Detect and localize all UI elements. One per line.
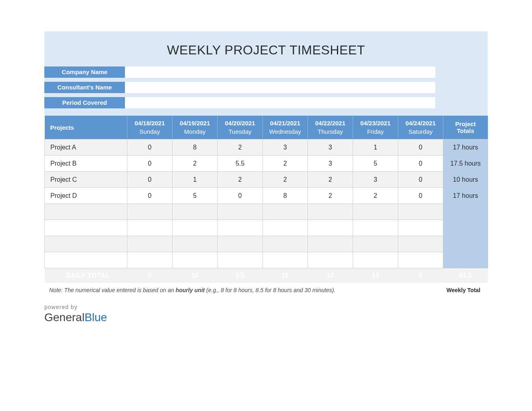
col-header: 04/24/2021Saturday [398,116,443,139]
period-row: Period Covered [44,97,488,108]
hours-cell[interactable] [353,252,398,268]
row-total-cell: 10 hours [443,172,488,188]
table-row: Project A082331017 hours [45,139,488,156]
project-totals-header: Project Totals [443,116,488,139]
hours-cell[interactable] [218,220,263,236]
table-row: Project C012223010 hours [45,172,488,188]
daily-total-cell: 11 [353,268,398,283]
hours-cell[interactable]: 5.5 [218,156,263,172]
hours-cell[interactable] [398,204,443,220]
hours-cell[interactable] [218,252,263,268]
company-row: Company Name [44,66,488,78]
weekly-total-cell: 61.5 [443,268,488,283]
logo-general: General [44,311,85,324]
hours-cell[interactable] [308,204,353,220]
consultant-input[interactable] [125,82,435,93]
hours-cell[interactable] [308,220,353,236]
hours-cell[interactable]: 1 [353,139,398,156]
table-row [45,204,488,220]
project-name-cell[interactable]: Project C [45,172,127,188]
hours-cell[interactable]: 2 [218,172,263,188]
col-header: 04/18/2021Sunday [127,116,172,139]
timesheet-table: Projects 04/18/2021Sunday 04/19/2021Mond… [44,116,488,283]
hours-cell[interactable] [263,236,308,252]
hours-cell[interactable]: 0 [398,139,443,156]
hours-cell[interactable] [398,252,443,268]
hours-cell[interactable]: 2 [218,139,263,156]
daily-total-cell: 16 [172,268,218,283]
project-name-cell[interactable] [45,252,127,268]
table-row: Project B025.5235017.5 hours [45,156,488,172]
company-input[interactable] [125,66,435,78]
period-label: Period Covered [44,97,125,108]
hours-cell[interactable]: 0 [127,139,172,156]
powered-by-label: powered by [44,304,488,310]
hours-cell[interactable] [353,204,398,220]
hours-cell[interactable] [308,236,353,252]
hours-cell[interactable]: 2 [308,172,353,188]
hours-cell[interactable]: 0 [127,188,172,204]
hours-cell[interactable] [172,204,218,220]
hours-cell[interactable]: 0 [127,172,172,188]
daily-total-cell: 15 [263,268,308,283]
hours-cell[interactable]: 2 [172,156,218,172]
hours-cell[interactable]: 5 [172,188,218,204]
hours-cell[interactable] [127,252,172,268]
daily-total-cell: 0 [127,268,172,283]
hours-cell[interactable]: 0 [218,188,263,204]
hours-cell[interactable] [353,236,398,252]
project-name-cell[interactable] [45,204,127,220]
logo: GeneralBlue [44,311,488,324]
hours-cell[interactable] [172,220,218,236]
hours-cell[interactable] [263,252,308,268]
project-name-cell[interactable]: Project B [45,156,127,172]
consultant-label: Consultant's Name [44,82,125,93]
hours-cell[interactable]: 2 [308,188,353,204]
hours-cell[interactable]: 2 [263,156,308,172]
hours-cell[interactable] [398,220,443,236]
row-total-cell [443,204,488,220]
hours-cell[interactable] [172,236,218,252]
consultant-row: Consultant's Name [44,82,488,93]
hours-cell[interactable] [398,236,443,252]
period-input[interactable] [125,97,435,108]
row-total-cell [443,252,488,268]
hours-cell[interactable]: 3 [353,172,398,188]
row-total-cell [443,236,488,252]
hours-cell[interactable]: 2 [353,188,398,204]
project-name-cell[interactable]: Project A [45,139,127,156]
hours-cell[interactable]: 0 [398,172,443,188]
hours-cell[interactable] [127,220,172,236]
hours-cell[interactable] [263,220,308,236]
row-total-cell: 17 hours [443,188,488,204]
hours-cell[interactable]: 3 [263,139,308,156]
hours-cell[interactable]: 1 [172,172,218,188]
project-name-cell[interactable] [45,236,127,252]
project-name-cell[interactable]: Project D [45,188,127,204]
hours-cell[interactable] [263,204,308,220]
col-header: 04/20/2021Tuesday [218,116,263,139]
hours-cell[interactable] [308,252,353,268]
hours-cell[interactable] [218,204,263,220]
table-row [45,220,488,236]
hours-cell[interactable]: 0 [127,156,172,172]
hours-cell[interactable]: 2 [263,172,308,188]
hours-cell[interactable]: 5 [353,156,398,172]
hours-cell[interactable]: 8 [263,188,308,204]
table-row [45,236,488,252]
hours-cell[interactable]: 8 [172,139,218,156]
hours-cell[interactable] [218,236,263,252]
hours-cell[interactable]: 0 [398,156,443,172]
hours-cell[interactable] [127,204,172,220]
hours-cell[interactable] [127,236,172,252]
hours-cell[interactable] [353,220,398,236]
row-total-cell: 17.5 hours [443,156,488,172]
hours-cell[interactable]: 3 [308,156,353,172]
row-total-cell [443,220,488,236]
table-header-row: Projects 04/18/2021Sunday 04/19/2021Mond… [45,116,488,139]
hours-cell[interactable] [172,252,218,268]
hours-cell[interactable]: 0 [398,188,443,204]
hours-cell[interactable]: 3 [308,139,353,156]
daily-total-cell: 10 [308,268,353,283]
project-name-cell[interactable] [45,220,127,236]
